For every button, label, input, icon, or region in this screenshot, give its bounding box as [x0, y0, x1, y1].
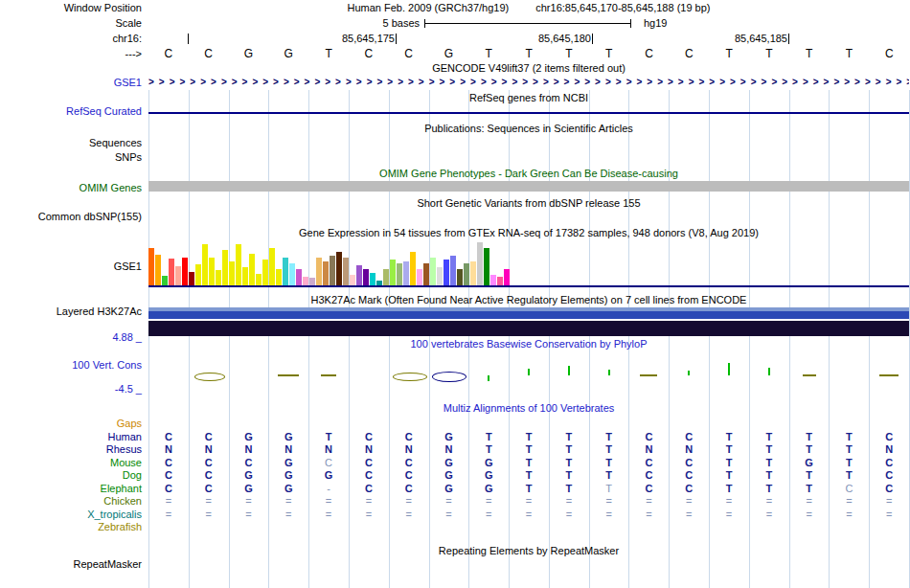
base-letter: C — [869, 47, 909, 60]
gtex-tissue-bar — [189, 272, 194, 286]
omim-genes-label[interactable]: OMIM Genes — [0, 182, 142, 194]
gtex-tissue-bar — [229, 261, 235, 286]
gtex-tissue-bar — [323, 261, 329, 286]
gtex-tissue-bar — [430, 258, 436, 286]
h3k27ac-signal-bands[interactable] — [148, 307, 909, 336]
base-letter: G — [268, 47, 308, 60]
gtex-tissue-bar — [390, 260, 396, 286]
repeatmasker-track-label[interactable]: RepeatMasker — [0, 558, 142, 571]
gtex-tissue-bar — [216, 270, 221, 286]
conservation-max-label: 4.88 _ — [0, 331, 142, 344]
gtex-tissue-bar — [175, 266, 181, 286]
species-label[interactable]: Chicken — [0, 495, 142, 508]
h3k27ac-track-label[interactable]: Layered H3K27Ac — [0, 305, 142, 318]
gtex-tissue-bar — [336, 252, 342, 286]
conservation-min-label: -4.5 _ — [0, 383, 142, 396]
base-letter: T — [830, 47, 870, 60]
refseq-curated-label[interactable]: RefSeq Curated — [0, 105, 142, 118]
gtex-tissue-bar — [504, 269, 510, 286]
gtex-tissue-bar — [397, 263, 402, 286]
conservation-mark — [194, 373, 225, 381]
base-letter: T — [509, 47, 549, 60]
conservation-mark — [488, 375, 489, 381]
gtex-tissue-bar — [437, 267, 443, 286]
gtex-tissue-bar — [289, 263, 295, 286]
omim-gene-bar[interactable] — [148, 181, 909, 192]
gtex-tissue-bar — [330, 256, 335, 286]
gtex-tissue-bar — [182, 258, 188, 286]
base-letter: C — [389, 47, 429, 60]
conservation-mark — [640, 374, 657, 376]
conservation-mark — [608, 370, 610, 375]
gtex-tissue-bar — [169, 259, 174, 286]
gtex-baseline — [148, 285, 909, 287]
base-letter: G — [429, 47, 469, 60]
gtex-tissue-bar — [155, 255, 161, 286]
scale-bar — [424, 19, 631, 28]
gencode-gene-arrows[interactable]: >>>>>>>>>>>>>>>>>>>>>>>>>>>>>>>>>>>>>>>>… — [148, 76, 909, 88]
conservation-track-label[interactable]: 100 Vert. Cons — [0, 359, 142, 372]
scale-label: Scale — [0, 17, 142, 30]
base-letter: C — [629, 47, 670, 60]
base-letter: T — [789, 47, 830, 60]
sequences-track-label[interactable]: Sequences — [0, 137, 142, 149]
dbsnp-track-title: Short Genetic Variants from dbSNP releas… — [148, 197, 909, 210]
gtex-tissue-bar — [450, 256, 456, 286]
base-letter: T — [589, 47, 629, 60]
multiz-track-title: Multiz Alignments of 100 Vertebrates — [148, 402, 909, 415]
gtex-tissue-bar — [417, 269, 422, 286]
omim-track-title: OMIM Gene Phenotypes - Dark Green Can Be… — [148, 168, 909, 180]
ruler-tick — [188, 34, 189, 44]
gtex-tissue-bar — [477, 242, 483, 286]
species-label[interactable]: Gaps — [0, 418, 142, 430]
ruler-coordinate: 85,645,175 — [342, 33, 395, 45]
snps-track-label[interactable]: SNPs — [0, 151, 142, 164]
gtex-tissue-bar — [148, 248, 154, 286]
gtex-tissue-bar — [202, 244, 208, 286]
gtex-tissue-bar — [370, 273, 375, 286]
gtex-tissue-bar — [262, 260, 268, 286]
publications-track-title: Publications: Sequences in Scientific Ar… — [148, 123, 909, 135]
base-letter: T — [468, 47, 509, 60]
gtex-tissue-bar — [410, 252, 416, 286]
base-letter: T — [549, 47, 589, 60]
species-label[interactable]: X_tropicalis — [0, 509, 142, 521]
genome-build-tag: hg19 — [644, 17, 667, 30]
ruler-coordinate: 85,645,185 — [735, 33, 787, 45]
base-letter: C — [669, 47, 709, 60]
gtex-tissue-bar — [249, 254, 255, 286]
species-label[interactable]: Rhesus — [0, 443, 142, 456]
dbsnp-track-label[interactable]: Common dbSNP(155) — [0, 211, 142, 223]
conservation-mark — [278, 374, 299, 376]
species-label[interactable]: Mouse — [0, 457, 142, 469]
gtex-tissue-bar — [383, 269, 389, 286]
position-text: chr16:85,645,170-85,645,188 (19 bp) — [535, 2, 710, 14]
refseq-gene-line[interactable] — [148, 112, 909, 114]
repeatmasker-track-title: Repeating Elements by RepeatMasker — [148, 545, 909, 557]
base-letter: C — [349, 47, 389, 60]
conservation-mark — [528, 369, 530, 375]
strand-direction-label: ---> — [0, 48, 142, 60]
conservation-mark — [803, 374, 816, 376]
gtex-tissue-bar — [484, 248, 489, 286]
gtex-tissue-bar — [444, 260, 449, 286]
assembly-text: Human Feb. 2009 (GRCh37/hg19) — [347, 2, 509, 14]
conservation-plot[interactable] — [148, 364, 909, 387]
window-position-label: Window Position — [0, 2, 142, 14]
species-label[interactable]: Zebrafish — [0, 521, 142, 533]
gtex-expression-bars[interactable] — [148, 241, 909, 286]
gencode-gene-label[interactable]: GSE1 — [0, 77, 142, 89]
gtex-tissue-bar — [222, 250, 228, 286]
gtex-tissue-bar — [457, 269, 463, 286]
conservation-mark — [688, 371, 690, 375]
species-label[interactable]: Elephant — [0, 483, 142, 495]
gtex-tissue-bar — [269, 248, 275, 286]
species-label[interactable]: Dog — [0, 469, 142, 482]
conservation-mark — [321, 374, 336, 376]
conservation-mark — [879, 374, 899, 376]
species-label[interactable]: Human — [0, 431, 142, 443]
gtex-tissue-bar — [343, 258, 349, 286]
gtex-gene-label[interactable]: GSE1 — [0, 260, 142, 273]
base-letter: C — [189, 47, 229, 60]
ruler-tick — [788, 34, 789, 44]
